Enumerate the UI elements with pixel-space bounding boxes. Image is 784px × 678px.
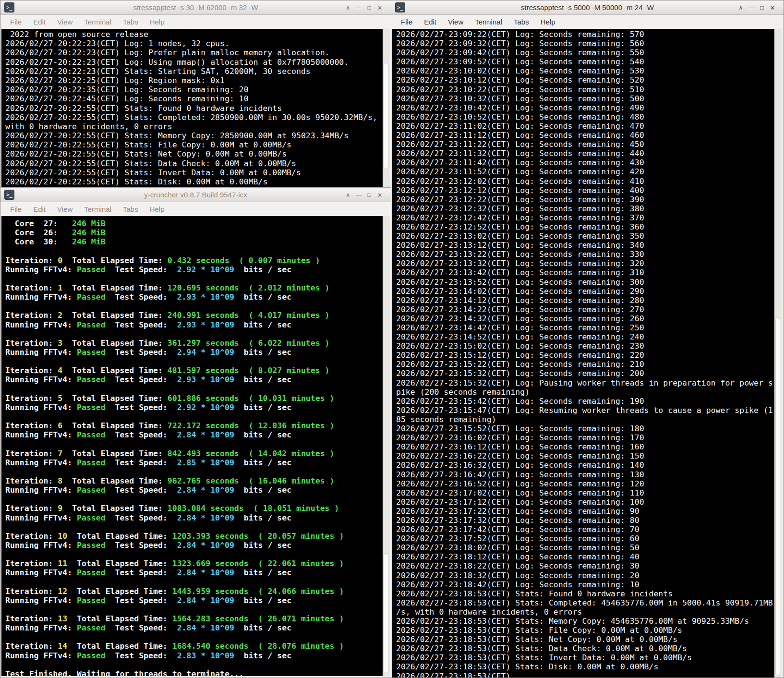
terminal-line <box>5 577 383 586</box>
terminal-app-icon[interactable]: >_ <box>4 190 14 200</box>
close-button[interactable]: ✕ <box>374 192 385 199</box>
terminal-text-run: Test Speed: <box>106 568 177 577</box>
menu-item-view[interactable]: View <box>51 18 78 26</box>
maximize-button[interactable]: □ <box>364 192 374 198</box>
terminal-text-run: Passed <box>77 265 106 274</box>
close-button[interactable]: ✕ <box>767 4 778 12</box>
titlebar[interactable]: >_ y-cruncher v0.8.7 Build 9547-icx ∧ — … <box>0 188 391 202</box>
menu-item-file[interactable]: File <box>4 205 27 213</box>
maximize-button[interactable]: □ <box>757 4 767 11</box>
terminal-line <box>5 632 383 642</box>
terminal-text-run: 1323.669 seconds ( 22.061 minutes ) <box>172 559 344 568</box>
terminal-text-run: Iteration: <box>5 256 58 265</box>
terminal-line: 85 seconds remaining) <box>396 415 774 424</box>
close-button[interactable]: ✕ <box>374 4 385 12</box>
titlebar[interactable]: >_ stressapptest -s 5000 -M 50000 -m 24 … <box>391 0 784 15</box>
menu-item-view[interactable]: View <box>51 205 78 213</box>
menu-item-file[interactable]: File <box>4 18 27 26</box>
terminal-line: 2026/02/27-23:12:52(CET) Log: Seconds re… <box>396 222 774 231</box>
menu-item-help[interactable]: Help <box>535 18 561 26</box>
terminal-line: 2026/02/27-23:15:32(CET) Log: Pausing wo… <box>396 378 774 387</box>
menu-item-edit[interactable]: Edit <box>27 205 51 213</box>
scrollbar[interactable] <box>383 216 390 676</box>
terminal-output[interactable]: 2022 from open source release2026/02/27-… <box>1 29 383 187</box>
terminal-line: Running FFTv4: Passed Test Speed: 2.93 *… <box>5 320 383 329</box>
terminal-text-run: 481.597 seconds ( 8.027 minutes ) <box>168 366 330 375</box>
scrollbar[interactable] <box>774 29 782 678</box>
terminal-line <box>5 495 383 504</box>
terminal-line: 2026/02/27-20:22:35(CET) Log: Seconds re… <box>5 85 383 94</box>
terminal-line: 2026/02/27-23:17:12(CET) Log: Seconds re… <box>396 497 774 507</box>
menu-item-view[interactable]: View <box>442 18 469 26</box>
terminal-line: 2026/02/27-23:12:42(CET) Log: Seconds re… <box>396 213 774 222</box>
terminal-text-run: 7 <box>58 449 62 458</box>
terminal-text-run: 246 MiB <box>72 219 106 228</box>
terminal-text-run: 240.991 seconds ( 4.017 minutes ) <box>168 311 330 320</box>
terminal-output[interactable]: Core 27: 246 MiB Core 26: 246 MiB Core 3… <box>1 216 383 676</box>
scrollbar-handle[interactable] <box>384 553 388 673</box>
scrollbar[interactable] <box>383 29 390 187</box>
menu-item-file[interactable]: File <box>395 18 418 26</box>
menu-item-tabs[interactable]: Tabs <box>117 18 144 26</box>
terminal-line: Iteration: 10 Total Elapsed Time: 1203.3… <box>5 532 383 541</box>
terminal-text-run: 10 <box>58 532 67 541</box>
terminal-text-run: 2.92 * 10^09 <box>177 403 234 412</box>
terminal-line: 2026/02/27-23:14:12(CET) Log: Seconds re… <box>396 296 774 305</box>
terminal-line: Test Finished. Waiting for threads to te… <box>5 669 383 676</box>
terminal-line: 2022 from open source release <box>5 30 383 39</box>
terminal-line <box>5 274 383 283</box>
menu-item-edit[interactable]: Edit <box>418 18 442 26</box>
terminal-line: Iteration: 14 Total Elapsed Time: 1684.5… <box>5 642 383 651</box>
terminal-text-run: 14 <box>58 642 67 651</box>
terminal-line: 2026/02/27-23:10:02(CET) Log: Seconds re… <box>396 66 774 75</box>
menu-item-terminal[interactable]: Terminal <box>469 18 508 26</box>
terminal-text-run: Total Elapsed Time: <box>62 366 168 375</box>
terminal-app-icon[interactable]: >_ <box>4 2 14 12</box>
terminal-app-icon[interactable]: >_ <box>395 2 405 12</box>
terminal-text-run: Total Elapsed Time: <box>62 504 168 513</box>
terminal-output[interactable]: 2026/02/27-23:09:22(CET) Log: Seconds re… <box>392 29 774 678</box>
terminal-text-run: Iteration: <box>5 504 58 513</box>
scrollbar-handle[interactable] <box>775 317 780 676</box>
terminal-text-run: bits / sec <box>234 292 291 302</box>
menu-item-terminal[interactable]: Terminal <box>78 18 117 26</box>
terminal-line: 2026/02/27-20:22:25(CET) Log: Region mas… <box>5 76 383 85</box>
maximize-button[interactable]: □ <box>364 4 374 11</box>
terminal-line: 2026/02/27-23:13:52(CET) Log: Seconds re… <box>396 278 774 287</box>
scrollbar-handle[interactable] <box>384 62 388 169</box>
shade-button[interactable]: ∧ <box>343 192 353 198</box>
terminal-text-run: 4 <box>58 366 62 375</box>
terminal-text-run: Iteration: <box>5 614 58 623</box>
terminal-line: 2026/02/27-23:12:02(CET) Log: Seconds re… <box>396 177 774 186</box>
terminal-text-run: Passed <box>77 651 106 660</box>
terminal-line: 2026/02/27-23:11:32(CET) Log: Seconds re… <box>396 149 774 158</box>
minimize-button[interactable]: — <box>746 4 757 11</box>
terminal-text-run: Total Elapsed Time: <box>62 394 168 403</box>
terminal-text-run: bits / sec <box>234 430 291 439</box>
terminal-line: Running FFTv4: Passed Test Speed: 2.85 *… <box>5 458 383 467</box>
terminal-text-run: Total Elapsed Time: <box>62 421 168 430</box>
terminal-line: 2026/02/27-23:15:32(CET) Log: Seconds re… <box>396 369 774 378</box>
terminal-line <box>5 302 383 311</box>
terminal-text-run: Passed <box>77 403 106 412</box>
shade-button[interactable]: ∧ <box>736 4 746 11</box>
menu-item-help[interactable]: Help <box>144 205 170 213</box>
terminal-text-run: 13 <box>58 614 67 623</box>
minimize-button[interactable]: — <box>353 4 364 11</box>
menu-item-help[interactable]: Help <box>144 18 170 26</box>
menu-item-tabs[interactable]: Tabs <box>117 205 144 213</box>
shade-button[interactable]: ∧ <box>343 4 353 11</box>
terminal-text-run: Passed <box>77 320 106 329</box>
terminal-text-run: 6 <box>58 421 62 430</box>
terminal-line: with 0 hardware incidents, 0 errors <box>5 122 383 131</box>
terminal-line: Running FFTv4: Passed Test Speed: 2.83 *… <box>5 651 383 660</box>
menu-item-tabs[interactable]: Tabs <box>508 18 535 26</box>
terminal-text-run: Passed <box>77 375 106 384</box>
menu-item-edit[interactable]: Edit <box>27 18 51 26</box>
titlebar[interactable]: >_ stressapptest -s 30 -M 62000 -m 32 -W… <box>0 0 391 15</box>
terminal-text-run: Test Speed: <box>106 623 177 632</box>
terminal-line: Running FFTv4: Passed Test Speed: 2.84 *… <box>5 485 383 495</box>
menu-item-terminal[interactable]: Terminal <box>78 205 117 213</box>
minimize-button[interactable]: — <box>353 192 364 198</box>
terminal-text-run: Iteration: <box>5 532 58 541</box>
